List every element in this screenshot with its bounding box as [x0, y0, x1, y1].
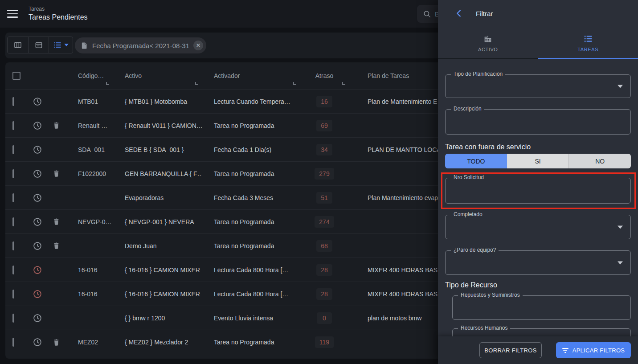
chevron-down-icon	[64, 44, 69, 46]
row-checkbox[interactable]	[12, 241, 14, 250]
segment-si[interactable]: SI	[507, 154, 569, 168]
atraso-badge: 68	[316, 240, 332, 252]
chevron-down-icon	[618, 261, 623, 264]
calendar-view-button[interactable]	[28, 37, 49, 53]
clock-icon	[29, 193, 46, 203]
cell-activo: { 16-016 } CAMION MIXER	[113, 266, 202, 274]
filter-panel-title: Filtrar	[476, 10, 493, 17]
trash-icon[interactable]	[46, 169, 66, 178]
tab-tareas-label: TAREAS	[577, 47, 598, 52]
cell-codigo: 16-016	[66, 266, 113, 274]
cell-codigo: MTB01	[66, 98, 113, 105]
list-view-button[interactable]	[49, 37, 73, 53]
row-checkbox[interactable]	[12, 145, 14, 154]
menu-icon[interactable]	[7, 10, 18, 18]
apply-filters-label: APLICAR FILTROS	[573, 347, 625, 354]
column-header-activo[interactable]: Activo	[113, 62, 202, 89]
atraso-badge: 34	[316, 144, 332, 155]
chevron-down-icon	[618, 85, 623, 88]
clock-icon	[29, 145, 46, 155]
row-checkbox[interactable]	[12, 97, 14, 106]
tab-activo-label: ACTIVO	[478, 47, 498, 52]
field-label: Completado	[451, 211, 485, 217]
filter-chip-label: Fecha Programada< 2021-08-31	[92, 42, 189, 49]
nro-solicitud-field[interactable]: Nro Solicitud	[445, 178, 631, 204]
field-label: Repuestos y Suministros	[458, 292, 523, 298]
resize-handle-icon[interactable]	[293, 82, 296, 85]
clock-icon	[29, 169, 46, 179]
completado-select[interactable]: Completado	[445, 215, 631, 239]
cell-activo: Demo Juan	[113, 242, 202, 249]
filter-tabs: ACTIVO TAREAS	[438, 27, 638, 59]
field-label: ¿Paro de equipo?	[451, 247, 499, 253]
cell-codigo: NEVGP-0…	[66, 218, 113, 225]
repuestos-field[interactable]: Repuestos y Suministros	[452, 295, 631, 320]
cell-activador: Tarea no Programada	[202, 218, 300, 225]
atraso-badge: 274	[315, 216, 334, 228]
row-checkbox[interactable]	[12, 217, 14, 226]
cell-activador: Tarea no Programada	[202, 339, 300, 346]
cell-codigo: 16-016	[66, 290, 113, 298]
active-filter-chip[interactable]: Fecha Programada< 2021-08-31 ✕	[75, 37, 206, 53]
clock-icon	[29, 97, 46, 106]
breadcrumb: Tareas	[29, 6, 45, 12]
cell-activo: SEDE B { SDA_001 }	[113, 146, 202, 153]
cell-activo: { Renault V011 } CAMION…	[113, 122, 202, 129]
apply-filters-button[interactable]: APLICAR FILTROS	[556, 342, 631, 358]
atraso-badge: 119	[315, 336, 334, 348]
back-icon[interactable]	[454, 8, 464, 18]
close-icon[interactable]: ✕	[193, 41, 203, 50]
cell-activo: { MEZ02 } Mezclador 2	[113, 339, 202, 346]
cell-codigo: SDA_001	[66, 146, 113, 153]
atraso-badge: 279	[315, 168, 334, 180]
row-checkbox[interactable]	[12, 193, 14, 202]
descripcion-field[interactable]: Descripción	[445, 109, 631, 135]
atraso-badge: 28	[316, 264, 332, 276]
columns-view-button[interactable]	[8, 37, 28, 53]
filter-form: Tipo de Planificación Descripción Tarea …	[438, 59, 638, 364]
clock-icon	[29, 241, 46, 251]
cell-codigo: MEZ02	[66, 339, 113, 346]
resize-handle-icon[interactable]	[342, 82, 345, 85]
clock-icon	[29, 313, 46, 323]
segment-todo[interactable]: TODO	[445, 154, 507, 168]
tab-tareas[interactable]: TAREAS	[538, 27, 638, 58]
cell-activador: Lectura Cuando Tempera…	[202, 98, 300, 105]
cell-activador: Lectura Cada 800 Hora […	[202, 266, 300, 274]
column-header-codigo[interactable]: Código…	[66, 62, 113, 89]
trash-icon[interactable]	[46, 217, 66, 226]
column-header-activador[interactable]: Activador	[202, 62, 300, 89]
trash-icon[interactable]	[46, 338, 66, 347]
tab-activo[interactable]: ACTIVO	[438, 27, 538, 58]
atraso-badge: 16	[316, 96, 332, 107]
page-title: Tareas Pendientes	[29, 13, 88, 21]
row-checkbox[interactable]	[12, 121, 14, 130]
field-label: Descripción	[451, 106, 484, 112]
clock-icon	[29, 121, 46, 131]
clock-icon	[29, 265, 46, 275]
resize-handle-icon[interactable]	[106, 82, 109, 85]
row-checkbox[interactable]	[12, 338, 14, 347]
row-checkbox[interactable]	[12, 169, 14, 178]
filter-panel: Filtrar ACTIVO TAREAS Tipo de Planificac…	[438, 0, 638, 364]
segment-no[interactable]: NO	[568, 154, 631, 168]
atraso-badge: 69	[316, 120, 332, 131]
paro-equipo-select[interactable]: ¿Paro de equipo?	[445, 250, 631, 275]
resize-handle-icon[interactable]	[195, 82, 198, 85]
clear-filters-button[interactable]: BORRAR FILTROS	[479, 342, 542, 358]
fuera-servicio-segmented: TODO SI NO	[445, 154, 631, 168]
trash-icon[interactable]	[46, 121, 66, 130]
filter-icon	[562, 348, 568, 353]
row-checkbox[interactable]	[12, 314, 14, 323]
row-checkbox[interactable]	[12, 290, 14, 299]
fuera-servicio-heading: Tarea con fuera de servicio	[445, 143, 631, 151]
cell-activo: { NEVGP-001 } NEVERA	[113, 218, 202, 225]
field-label: Tipo de Planificación	[451, 71, 505, 77]
tipo-planificacion-select[interactable]: Tipo de Planificación	[445, 74, 631, 98]
filter-panel-header: Filtrar	[438, 0, 638, 27]
row-checkbox[interactable]	[12, 266, 14, 274]
column-header-atraso[interactable]: Atraso	[300, 62, 349, 89]
trash-icon[interactable]	[46, 241, 66, 250]
select-all-checkbox[interactable]	[12, 72, 20, 80]
tipo-recurso-heading: Tipo de Recurso	[445, 281, 631, 290]
